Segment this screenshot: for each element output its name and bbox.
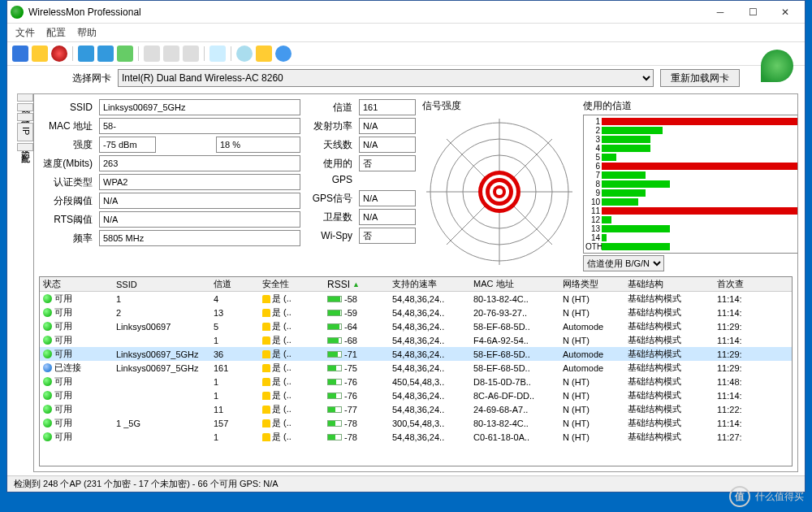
col-net[interactable]: 网络类型 xyxy=(559,278,624,290)
table-row[interactable]: 可用 Linksys00697_5GHz36 是 (.. -71 54,48,3… xyxy=(40,347,792,361)
maximize-button[interactable]: ☐ xyxy=(736,3,769,21)
freq-field[interactable] xyxy=(99,230,300,246)
col-rssi[interactable]: RSSI ▲ xyxy=(324,279,389,290)
col-status[interactable]: 状态 xyxy=(40,278,113,290)
wispy-field[interactable] xyxy=(359,228,416,244)
app-logo xyxy=(761,50,793,82)
main-area: 概要 连续 图形 IP 连接 配置 SSID MAC 地址 强度 速度(Mbit… xyxy=(7,90,805,475)
watermark: 值 什么值得买 xyxy=(729,486,804,507)
content-panel: SSID MAC 地址 强度 速度(Mbits) 认证类型 分段阈值 RTS阈值… xyxy=(33,93,798,472)
col-infra[interactable]: 基础结构 xyxy=(624,278,714,290)
top-section: SSID MAC 地址 强度 速度(Mbits) 认证类型 分段阈值 RTS阈值… xyxy=(39,99,793,271)
separator xyxy=(138,46,139,61)
frag-label: 分段阈值 xyxy=(39,193,96,209)
col-sec[interactable]: 安全性 xyxy=(259,278,324,290)
chan-label: 信道 xyxy=(307,99,356,115)
adapter-select[interactable]: Intel(R) Dual Band Wireless-AC 8260 xyxy=(118,69,654,87)
separator xyxy=(72,46,73,61)
statusbar: 检测到 248 个AP (231 个加密 - 17 个未加密) - 66 个可用… xyxy=(7,475,805,492)
print-icon[interactable] xyxy=(144,46,160,62)
tool-icon-1[interactable] xyxy=(78,46,94,62)
side-tabs: 概要 连续 图形 IP 连接 配置 xyxy=(17,93,33,472)
channel-chart: 1234567891011121314OTH xyxy=(583,115,798,254)
field-grid: SSID MAC 地址 强度 速度(Mbits) 认证类型 分段阈值 RTS阈值… xyxy=(39,99,300,271)
table-row[interactable]: 可用 213 是 (.. -59 54,48,36,24..20-76-93-2… xyxy=(40,306,792,319)
table-header: 状态 SSID 信道 安全性 RSSI ▲ 支持的速率 MAC 地址 网络类型 … xyxy=(40,277,792,292)
record-icon[interactable] xyxy=(51,46,67,62)
table-row[interactable]: 可用 1 是 (.. -78 54,48,36,24..C0-61-18-0A.… xyxy=(40,430,792,444)
col-first[interactable]: 首次查 xyxy=(714,278,754,290)
tab-summary[interactable]: 概要 xyxy=(17,93,33,102)
strength-label: 强度 xyxy=(39,137,96,153)
chan-field[interactable] xyxy=(359,99,416,115)
ssid-field[interactable] xyxy=(99,99,300,115)
table-row[interactable]: 可用 1 是 (.. -76 54,48,36,24..8C-A6-DF-DD.… xyxy=(40,388,792,402)
col-mac[interactable]: MAC 地址 xyxy=(470,278,559,290)
speed-label: 速度(Mbits) xyxy=(39,155,96,171)
toolbar xyxy=(7,41,805,66)
tab-continuous[interactable]: 连续 xyxy=(17,103,33,111)
signal-title: 信号强度 xyxy=(422,99,577,113)
tab-config[interactable]: 配置 xyxy=(17,143,33,151)
ant-field[interactable] xyxy=(359,137,416,153)
channel-title: 使用的信道 xyxy=(583,99,798,113)
sat-label: 卫星数 xyxy=(307,209,356,225)
gpss-field[interactable] xyxy=(359,190,416,206)
table-row[interactable]: 可用 1 是 (.. -76 450,54,48,3..D8-15-0D-7B.… xyxy=(40,375,792,388)
export-icon[interactable] xyxy=(163,46,179,62)
ant-label: 天线数 xyxy=(307,137,356,153)
adapter-row: 选择网卡 Intel(R) Dual Band Wireless-AC 8260… xyxy=(7,66,805,90)
clipboard-icon[interactable] xyxy=(209,46,226,62)
table-body: 可用 14 是 (.. -58 54,48,36,24..80-13-82-4C… xyxy=(40,292,792,444)
tool-icon-3[interactable] xyxy=(117,46,133,62)
txp-label: 发射功率 xyxy=(307,118,356,134)
table-row[interactable]: 可用 11 是 (.. -77 54,48,36,24..24-69-68-A7… xyxy=(40,402,792,416)
copy-icon[interactable] xyxy=(183,46,199,62)
frag-field[interactable] xyxy=(99,193,300,209)
gps-field[interactable] xyxy=(359,155,416,171)
rts-label: RTS阈值 xyxy=(39,211,96,228)
table-row[interactable]: 已连接 Linksys00697_5GHz161 是 (.. -75 54,48… xyxy=(40,361,792,375)
close-button[interactable]: ✕ xyxy=(769,3,801,21)
auth-field[interactable] xyxy=(99,174,300,190)
speed-field[interactable] xyxy=(99,155,300,171)
table-row[interactable]: 可用 Linksys006975 是 (.. -64 54,48,36,24..… xyxy=(40,319,792,333)
menu-file[interactable]: 文件 xyxy=(15,26,35,40)
help-icon[interactable] xyxy=(275,46,292,62)
table-row[interactable]: 可用 14 是 (.. -58 54,48,36,24..80-13-82-4C… xyxy=(40,292,792,306)
minimize-button[interactable]: ─ xyxy=(704,3,736,21)
col-chan[interactable]: 信道 xyxy=(210,278,259,290)
sat-field[interactable] xyxy=(359,209,416,225)
save-icon[interactable] xyxy=(12,46,28,62)
channel-mode-select[interactable]: 信道使用 B/G/N xyxy=(583,255,664,271)
col-rates[interactable]: 支持的速率 xyxy=(389,278,470,290)
settings-icon[interactable] xyxy=(256,46,272,62)
col-ssid[interactable]: SSID xyxy=(113,280,210,289)
table-row[interactable]: 可用 1 是 (.. -68 54,48,36,24..F4-6A-92-54.… xyxy=(40,333,792,347)
strength-pct-field[interactable] xyxy=(216,137,300,153)
folder-icon[interactable] xyxy=(32,46,48,62)
table-row[interactable]: 可用 1 _5G157 是 (.. -78 300,54,48,3..80-13… xyxy=(40,416,792,430)
adapter-label: 选择网卡 xyxy=(72,72,111,85)
tool-icon-2[interactable] xyxy=(97,46,114,62)
app-icon xyxy=(11,6,24,19)
rts-field[interactable] xyxy=(99,211,300,228)
app-window: WirelessMon Professional ─ ☐ ✕ 文件 配置 帮助 … xyxy=(6,0,806,492)
separator xyxy=(231,46,231,61)
gps-label: 使用的GPS xyxy=(307,155,356,188)
freq-label: 频率 xyxy=(39,230,96,246)
separator xyxy=(204,46,205,61)
globe-icon[interactable] xyxy=(236,46,253,62)
channel-mode-row: 信道使用 B/G/N xyxy=(583,255,798,271)
tab-graph[interactable]: 图形 xyxy=(17,113,33,121)
field-grid-2: 信道 发射功率 天线数 使用的GPS GPS信号 卫星数 Wi-Spy xyxy=(307,99,416,271)
auth-label: 认证类型 xyxy=(39,174,96,190)
reload-adapter-button[interactable]: 重新加载网卡 xyxy=(660,69,740,87)
txp-field[interactable] xyxy=(359,118,416,134)
mac-label: MAC 地址 xyxy=(39,118,96,134)
tab-ip[interactable]: IP 连接 xyxy=(17,123,33,141)
menu-help[interactable]: 帮助 xyxy=(77,26,97,40)
menu-config[interactable]: 配置 xyxy=(46,26,66,40)
mac-field[interactable] xyxy=(99,118,300,134)
strength-field[interactable] xyxy=(99,137,156,153)
